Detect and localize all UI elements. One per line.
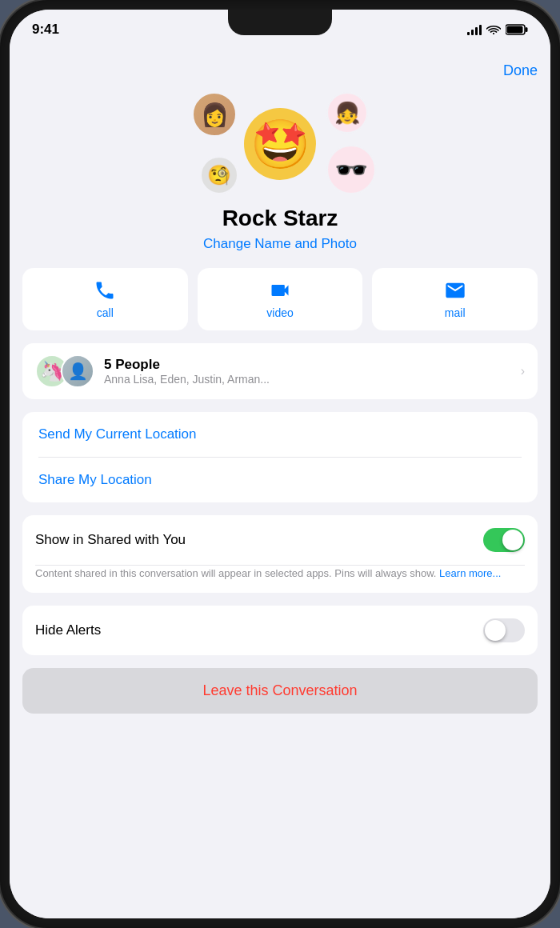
avatar-glasses: 🧐 bbox=[200, 156, 238, 194]
shared-with-you-toggle[interactable] bbox=[483, 528, 525, 552]
avatar-main: 🤩 bbox=[244, 108, 316, 180]
signal-icon bbox=[467, 24, 482, 35]
content-area: Done 👩 🧐 🤩 👧 🕶️ bbox=[10, 50, 550, 918]
video-label: video bbox=[266, 306, 293, 319]
leave-conversation-label: Leave this Conversation bbox=[202, 682, 357, 698]
people-info: 5 People Anna Lisa, Eden, Justin, Arman.… bbox=[104, 357, 521, 386]
people-count: 5 People bbox=[104, 357, 521, 373]
shared-with-you-row: Show in Shared with You bbox=[35, 515, 525, 566]
status-icons bbox=[467, 24, 528, 35]
hide-alerts-toggle[interactable] bbox=[483, 618, 525, 642]
call-label: call bbox=[97, 306, 114, 319]
people-card: 🦄 👤 5 People Anna Lisa, Eden, Justin, Ar… bbox=[22, 343, 538, 399]
shared-with-you-description: Content shared in this conversation will… bbox=[35, 566, 525, 593]
done-button[interactable]: Done bbox=[503, 62, 538, 79]
avatar-woman: 👩 bbox=[192, 92, 237, 137]
avatar-cool: 🕶️ bbox=[326, 145, 376, 194]
avatar-cluster: 👩 🧐 🤩 👧 🕶️ bbox=[22, 92, 538, 196]
phone-frame: 9:41 bbox=[0, 0, 560, 928]
people-names: Anna Lisa, Eden, Justin, Arman... bbox=[104, 373, 521, 386]
send-location-button[interactable]: Send My Current Location bbox=[22, 412, 538, 457]
change-name-link[interactable]: Change Name and Photo bbox=[22, 236, 538, 252]
call-button[interactable]: call bbox=[22, 268, 188, 330]
action-buttons-row: call video mail bbox=[22, 268, 538, 330]
battery-icon bbox=[506, 24, 528, 35]
mail-button[interactable]: mail bbox=[372, 268, 538, 330]
hide-alerts-row: Hide Alerts bbox=[35, 606, 525, 655]
share-location-button[interactable]: Share My Location bbox=[22, 458, 538, 502]
people-row[interactable]: 🦄 👤 5 People Anna Lisa, Eden, Justin, Ar… bbox=[22, 343, 538, 399]
people-avatars: 🦄 👤 bbox=[35, 354, 94, 388]
wifi-icon bbox=[486, 24, 501, 35]
phone-icon bbox=[94, 279, 116, 302]
status-time: 9:41 bbox=[32, 22, 59, 38]
hide-alerts-section: Hide Alerts bbox=[22, 606, 538, 655]
shared-with-you-label: Show in Shared with You bbox=[35, 532, 186, 548]
chevron-right-icon: › bbox=[521, 364, 525, 378]
person-avatar-2: 👤 bbox=[61, 354, 94, 388]
avatar-pink-hair: 👧 bbox=[326, 92, 368, 134]
leave-conversation-button[interactable]: Leave this Conversation bbox=[22, 668, 538, 714]
hide-alerts-label: Hide Alerts bbox=[35, 622, 101, 638]
notch bbox=[228, 10, 332, 35]
header-row: Done bbox=[22, 50, 538, 86]
shared-with-you-section: Show in Shared with You Content shared i… bbox=[22, 515, 538, 593]
svg-rect-1 bbox=[526, 27, 528, 32]
video-button[interactable]: video bbox=[198, 268, 363, 330]
phone-screen: 9:41 bbox=[10, 10, 550, 918]
mail-icon bbox=[444, 279, 466, 302]
svg-rect-2 bbox=[507, 26, 523, 34]
mail-label: mail bbox=[445, 306, 466, 319]
learn-more-link[interactable]: Learn more... bbox=[439, 567, 501, 579]
video-icon bbox=[269, 279, 291, 302]
location-section: Send My Current Location Share My Locati… bbox=[22, 412, 538, 502]
toggle-knob bbox=[502, 530, 523, 550]
status-bar: 9:41 bbox=[10, 10, 550, 50]
hide-alerts-knob bbox=[485, 620, 506, 641]
group-name: Rock Starz bbox=[22, 206, 538, 231]
